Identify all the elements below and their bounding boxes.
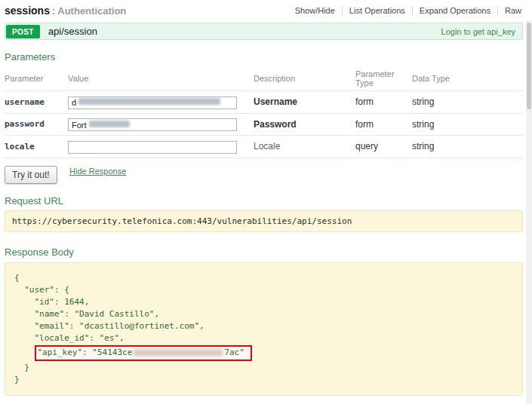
endpoint-post-api-session[interactable]: POST api/session Login to get api_key bbox=[5, 23, 523, 40]
response-body: { "user": { "id": 1644, "name": "David C… bbox=[5, 262, 523, 396]
col-parameter: Parameter bbox=[5, 74, 68, 83]
endpoint-path[interactable]: api/session bbox=[48, 26, 97, 37]
param-type-username: form bbox=[355, 96, 412, 107]
hide-response-link[interactable]: Hide Response bbox=[69, 167, 126, 176]
scrollbar-track[interactable] bbox=[526, 20, 532, 404]
param-name-username: username bbox=[5, 97, 68, 107]
api-key-indent bbox=[14, 347, 35, 357]
resource-header: sessions:Authentication Show/Hide List O… bbox=[0, 0, 532, 19]
raw-link[interactable]: Raw bbox=[497, 6, 521, 15]
request-url-title: Request URL bbox=[5, 195, 523, 207]
resource-action-links: Show/Hide List Operations Expand Operati… bbox=[295, 6, 521, 15]
param-row-username: username Username form string bbox=[5, 91, 523, 114]
json-line: "id": 1644, bbox=[14, 296, 513, 308]
list-operations-link[interactable]: List Operations bbox=[342, 6, 405, 15]
show-hide-link[interactable]: Show/Hide bbox=[295, 6, 335, 15]
param-name-password: password bbox=[5, 119, 68, 129]
param-type-password: form bbox=[355, 119, 412, 130]
param-name-locale: locale bbox=[5, 142, 68, 152]
data-type-locale: string bbox=[412, 141, 523, 152]
col-data-type: Data Type bbox=[412, 74, 523, 83]
resource-name-link[interactable]: sessions bbox=[5, 5, 50, 17]
api-key-redaction-overlay bbox=[134, 350, 223, 356]
api-key-suffix: 7ac" bbox=[224, 347, 244, 357]
operation-content: Parameters Parameter Value Description P… bbox=[5, 51, 523, 404]
endpoint-summary-link[interactable]: Login to get api_key bbox=[441, 27, 515, 36]
request-url-value: https://cybersecurity.telefonica.com:443… bbox=[5, 210, 523, 232]
expand-operations-link[interactable]: Expand Operations bbox=[412, 6, 490, 15]
col-parameter-type: Parameter Type bbox=[355, 69, 412, 87]
parameters-section-title: Parameters bbox=[5, 51, 523, 63]
json-line: "name": "David Castillo", bbox=[14, 308, 513, 320]
resource-description: Authentication bbox=[57, 5, 126, 17]
param-type-locale: query bbox=[355, 141, 412, 152]
data-type-password: string bbox=[412, 119, 523, 130]
json-line: "email": "dcastillo@fortinet.com", bbox=[14, 320, 513, 332]
post-method-badge: POST bbox=[6, 25, 40, 38]
resource-title: sessions:Authentication bbox=[5, 4, 126, 17]
try-it-out-button[interactable]: Try it out! bbox=[5, 166, 57, 184]
data-type-username: string bbox=[412, 96, 523, 107]
json-line: "locale_id": "es", bbox=[14, 332, 513, 344]
param-desc-username: Username bbox=[254, 96, 355, 107]
resource-separator: : bbox=[52, 5, 55, 17]
col-description: Description bbox=[254, 74, 355, 83]
json-line: } bbox=[14, 362, 513, 374]
response-body-title: Response Body bbox=[5, 246, 523, 258]
parameters-table: Parameter Value Description Parameter Ty… bbox=[5, 65, 523, 158]
json-line: "user": { bbox=[14, 284, 513, 296]
api-key-line: "api_key": "54143ce7ac" bbox=[14, 344, 513, 362]
username-redaction-overlay bbox=[78, 98, 220, 105]
param-desc-locale: Locale bbox=[254, 141, 355, 152]
api-key-highlight-annotation: "api_key": "54143ce7ac" bbox=[35, 345, 252, 361]
sandbox-actions: Try it out! Hide Response bbox=[5, 166, 523, 184]
json-line: { bbox=[14, 272, 513, 284]
password-redaction-overlay bbox=[89, 121, 130, 127]
col-value: Value bbox=[68, 74, 254, 83]
scrollbar-thumb[interactable] bbox=[527, 23, 531, 109]
api-key-prefix: "api_key": "54143ce bbox=[38, 347, 133, 357]
json-line: } bbox=[14, 374, 513, 386]
param-desc-password: Password bbox=[254, 119, 355, 130]
param-row-password: password Password form string bbox=[5, 114, 523, 136]
param-row-locale: locale Locale query string bbox=[5, 136, 523, 158]
parameters-header-row: Parameter Value Description Parameter Ty… bbox=[5, 65, 523, 91]
locale-input[interactable] bbox=[68, 141, 237, 154]
